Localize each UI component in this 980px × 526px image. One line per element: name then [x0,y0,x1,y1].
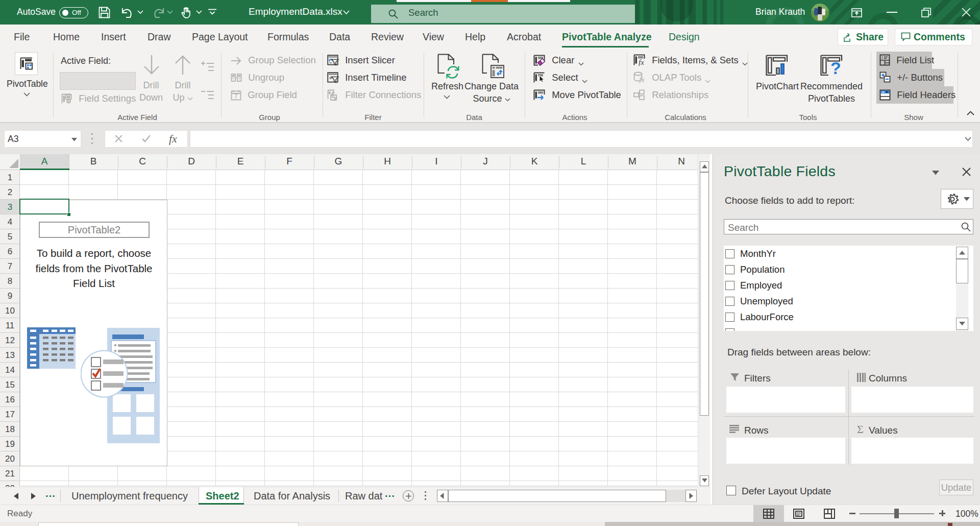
svg-text:fx: fx [639,58,644,66]
svg-text:7: 7 [234,93,238,100]
svg-text:?: ? [830,58,841,76]
svg-text:fx: fx [639,76,645,83]
